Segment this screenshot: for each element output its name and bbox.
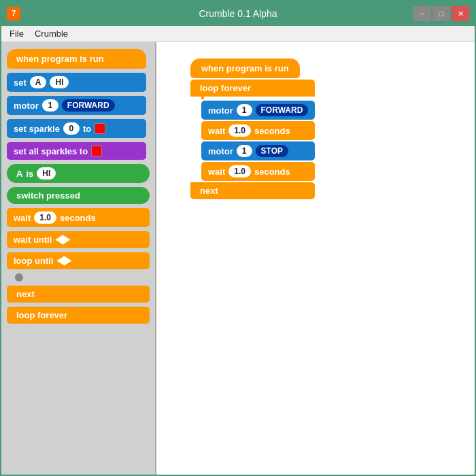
title-controls: − □ ✕ (413, 6, 469, 21)
canvas-wait2-val: 1.0 (228, 165, 251, 177)
menu-crumble[interactable]: Crumble (29, 27, 73, 40)
var-a: A (30, 76, 47, 88)
canvas-motor1-num: 1 (237, 104, 252, 116)
sparkle-to: to (83, 124, 91, 134)
loop-forever-sb-label: loop forever (16, 310, 67, 320)
motor-dir: FORWARD (62, 99, 115, 112)
sidebar: when program is run set A HI motor 1 FOR… (1, 42, 156, 475)
block-switch-pressed[interactable]: switch pressed (7, 187, 150, 204)
canvas-wait1-label: wait (208, 126, 225, 136)
menu-file[interactable]: File (4, 27, 29, 40)
block-loop-forever-sb[interactable]: loop forever (7, 307, 150, 324)
block-next-sb[interactable]: next (7, 286, 150, 303)
wait-val: 1.0 (34, 211, 56, 224)
block-wait-until[interactable]: wait until (7, 231, 150, 248)
loop-until-label: loop until (14, 256, 53, 266)
title-bar: 7 Crumble 0.1 Alpha − □ ✕ (1, 1, 475, 26)
wait-until-label: wait until (14, 235, 52, 245)
canvas-inner-blocks: motor 1 FORWARD wait 1.0 seconds mot (201, 99, 315, 182)
block-set-all-sparkles[interactable]: set all sparkles to (7, 142, 146, 160)
motor-num: 1 (42, 99, 58, 112)
title-bar-left: 7 (7, 7, 20, 20)
canvas-loop-label: loop forever (200, 83, 251, 93)
canvas-motor2-label: motor (208, 146, 233, 156)
diamond-icon (55, 235, 70, 245)
canvas-block-motor-stop[interactable]: motor 1 STOP (201, 141, 315, 160)
minimize-button[interactable]: − (413, 6, 431, 21)
motor-label: motor (14, 101, 39, 111)
block-loop-until[interactable]: loop until (7, 252, 150, 269)
canvas-loop-body (201, 97, 204, 99)
canvas-block-wait2[interactable]: wait 1.0 seconds (201, 162, 315, 181)
all-sparkles-color (91, 146, 102, 156)
next-sb-label: next (16, 289, 35, 299)
canvas-wait2-label: wait (208, 167, 225, 177)
close-button[interactable]: ✕ (452, 6, 469, 21)
block-wait-seconds[interactable]: wait 1.0 seconds (7, 208, 150, 227)
canvas-motor1-dir: FORWARD (256, 104, 309, 116)
block-set-sparkle[interactable]: set sparkle 0 to (7, 119, 146, 138)
script-stack: when program is run loop forever (190, 58, 315, 199)
block-motor-1-forward[interactable]: motor 1 FORWARD (7, 96, 146, 115)
canvas-wait1-val: 1.0 (228, 124, 251, 137)
a-label: A (16, 169, 22, 179)
canvas-motor2-num: 1 (237, 145, 252, 157)
menu-bar: File Crumble (1, 26, 475, 42)
maximize-button[interactable]: □ (432, 6, 450, 21)
block-a-is-hi[interactable]: A is HI (7, 164, 150, 183)
is-label: is (26, 169, 33, 179)
canvas-hat-label: when program is run (201, 63, 289, 73)
sparkle-num: 0 (63, 122, 80, 135)
when-program-label: when program is run (16, 54, 104, 64)
canvas-block-wait1[interactable]: wait 1.0 seconds (201, 121, 315, 140)
canvas-motor1-label: motor (208, 105, 233, 116)
window-title: Crumble 0.1 Alpha (199, 8, 277, 19)
a-val: HI (37, 167, 56, 180)
val-hi: HI (50, 76, 69, 88)
content-area: when program is run set A HI motor 1 FOR… (1, 42, 475, 475)
canvas-loop-top[interactable]: loop forever (190, 80, 315, 97)
canvas: when program is run loop forever (156, 42, 475, 475)
app-window: 7 Crumble 0.1 Alpha − □ ✕ File Crumble w… (0, 0, 476, 476)
block-when-program-run[interactable]: when program is run (7, 49, 146, 69)
wait-label: wait (14, 213, 31, 223)
wait-suffix: seconds (60, 213, 96, 223)
switch-pressed-label: switch pressed (16, 190, 80, 201)
loop-diamond-icon (56, 256, 71, 266)
sparkle-label: set sparkle (14, 124, 60, 134)
canvas-next-block[interactable]: next (190, 182, 315, 199)
canvas-wait1-suffix: seconds (254, 126, 290, 136)
canvas-next-label: next (200, 186, 218, 196)
set-label: set (14, 78, 27, 88)
app-icon: 7 (7, 7, 20, 20)
canvas-hat-block[interactable]: when program is run (190, 58, 300, 78)
all-sparkles-label: set all sparkles to (14, 146, 88, 156)
sparkle-color (95, 123, 105, 134)
block-set-a-hi[interactable]: set A HI (7, 73, 146, 92)
canvas-motor2-dir: STOP (256, 145, 288, 157)
canvas-loop-forever: loop forever motor 1 FORWARD (190, 80, 315, 199)
canvas-wait2-suffix: seconds (254, 167, 290, 177)
connector-dot (15, 273, 23, 282)
canvas-block-motor-forward[interactable]: motor 1 FORWARD (201, 101, 315, 120)
